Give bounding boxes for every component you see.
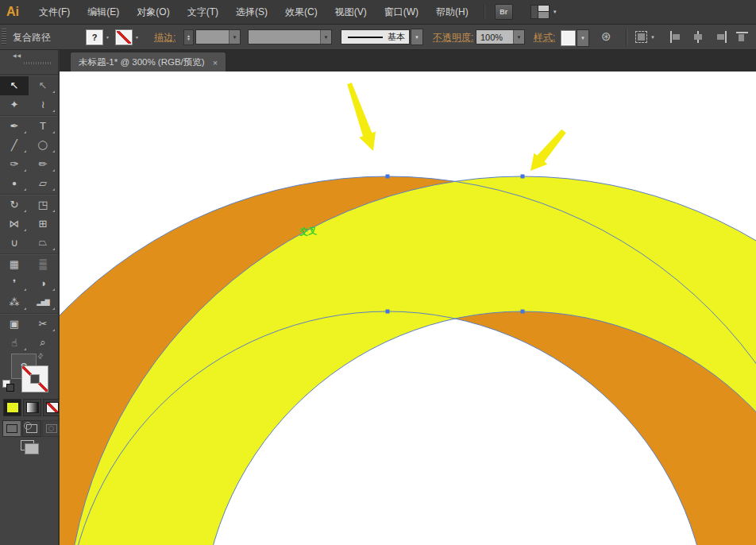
width-tool[interactable]: ⋈ [0,215,29,234]
anchor-point[interactable] [521,310,525,314]
eraser-tool[interactable]: ▱ [29,174,57,193]
default-fill-stroke-icon[interactable] [2,380,15,392]
symbol-sprayer-tool[interactable]: ⁂ [0,293,29,312]
stroke-color-swatch-none[interactable] [115,29,133,45]
line-icon: ╱ [11,139,17,151]
artboard-tool[interactable]: ▣ [0,315,29,334]
paintbrush-tool[interactable]: ✑ [0,155,29,174]
mesh-icon: ▦ [10,258,19,270]
menu-type[interactable]: 文字(T) [179,1,227,24]
opacity-panel-link[interactable]: 不透明度: [433,31,473,44]
chevron-down-icon[interactable]: ▼ [229,30,240,44]
stroke-width-combo[interactable]: ▼ [195,29,241,44]
document-tab-bar: 未标题-1* @ 300% (RGB/预览) × [60,50,756,72]
none-button[interactable] [43,399,61,416]
hand-icon: ☝ [11,337,17,349]
anchor-point[interactable] [386,175,390,179]
fill-color-swatch[interactable]: ? [86,29,103,45]
align-to-selection-icon[interactable] [635,31,647,43]
pencil-tool[interactable]: ✏ [29,155,57,174]
menu-file[interactable]: 文件(F) [30,1,79,24]
hand-tool[interactable]: ☝ [0,334,29,353]
column-graph-icon: ▂▅▇ [37,299,48,306]
width-icon: ⋈ [10,218,20,230]
gradient-chip [26,402,39,413]
column-graph-tool[interactable]: ▂▅▇ [29,293,57,312]
draw-inside-button[interactable] [42,420,61,437]
slice-tool[interactable]: ✂ [29,315,57,334]
style-panel-link[interactable]: 样式: [534,31,555,44]
lasso-tool[interactable]: ≀ [29,95,57,114]
align-left-button[interactable] [669,31,683,43]
draw-normal-button[interactable] [2,420,21,437]
stepper-down-icon[interactable]: ▼ [187,37,191,41]
gradient-icon: ▒ [39,258,46,270]
chevron-down-icon[interactable]: ▼ [513,30,524,44]
symbol-sprayer-icon: ⁂ [10,296,20,308]
free-transform-icon: ⊞ [39,218,48,230]
arrow-left-annotation [347,83,376,151]
scale-tool[interactable]: ◳ [29,195,57,215]
menu-select[interactable]: 选择(S) [227,1,276,24]
chevron-down-icon[interactable]: ▼ [135,35,139,40]
menu-object[interactable]: 对象(O) [128,1,178,24]
magnifier-icon: ⌕ [40,336,45,349]
menu-effect[interactable]: 效果(C) [276,1,326,24]
gradient-button[interactable] [23,399,41,416]
align-top-button[interactable] [736,31,750,43]
menu-window[interactable]: 窗口(W) [376,1,427,24]
workspace-switcher-button[interactable]: ▼ [530,5,557,19]
pen-tool[interactable]: ✒ [0,117,29,136]
menu-edit[interactable]: 编辑(E) [79,1,128,24]
menu-view[interactable]: 视图(V) [326,1,376,24]
line-segment-tool[interactable]: ╱ [0,136,29,155]
document-tab[interactable]: 未标题-1* @ 300% (RGB/预览) × [70,52,226,72]
gradient-tool[interactable]: ▒ [29,255,57,274]
shape-builder-tool[interactable]: ∪ [0,234,29,253]
align-horizontal-center-button[interactable] [692,31,705,43]
ellipse-tool[interactable]: ◯ [29,136,57,155]
stroke-panel-link[interactable]: 描边: [154,31,176,44]
arrow-right-annotation [530,129,566,171]
color-button[interactable] [3,399,21,416]
blob-brush-tool[interactable]: ● [0,174,29,193]
selection-arrow-icon: ↖ [10,79,19,91]
anchor-point[interactable] [521,175,525,179]
control-bar-grip[interactable] [2,28,6,45]
brush-definition-combo[interactable]: 基本 [341,29,410,44]
artboard-canvas[interactable]: 交叉 [60,72,756,545]
close-icon[interactable]: × [213,58,218,68]
toolbar-stroke-swatch-none[interactable] [21,365,48,392]
direct-selection-tool[interactable]: ↖ [29,76,57,95]
blend-tool[interactable]: ◑ [29,274,57,293]
direct-selection-arrow-icon: ↖ [39,79,48,91]
brush-dropdown-button[interactable]: ▼ [411,29,423,45]
go-to-bridge-button[interactable]: Br [495,4,513,20]
mesh-tool[interactable]: ▦ [0,255,29,274]
stroke-width-stepper[interactable]: ▲ ▼ [183,29,194,45]
zoom-tool[interactable]: ⌕ [29,334,57,353]
style-dropdown-button[interactable]: ▼ [577,29,589,47]
collapse-panel-icon[interactable]: ◀◀ [13,52,21,58]
magic-wand-tool[interactable]: ✦ [0,95,29,114]
chevron-down-icon[interactable]: ▼ [650,35,655,40]
anchor-point[interactable] [386,310,390,314]
change-screen-mode-icon[interactable] [19,439,40,455]
tools-panel-grip[interactable] [24,62,52,64]
perspective-grid-tool[interactable]: ⏢ [29,234,57,253]
opacity-combo[interactable]: 100% ▼ [476,29,525,44]
align-right-button[interactable] [714,31,727,43]
eyedropper-tool[interactable]: ❜ [0,274,29,293]
stroke-profile-combo[interactable]: ▼ [248,29,332,44]
selection-tool[interactable]: ↖ [0,76,29,95]
rotate-tool[interactable]: ↻ [0,195,29,215]
graphic-style-swatch[interactable] [561,30,576,46]
tool-group-color: ▦ ▒ ❜ ◑ ⁂ ▂▅▇ [0,253,58,313]
chevron-down-icon[interactable]: ▼ [106,35,110,40]
draw-behind-button[interactable] [22,420,41,437]
menu-help[interactable]: 帮助(H) [427,1,477,24]
free-transform-tool[interactable]: ⊞ [29,215,57,234]
type-tool[interactable]: T [29,117,57,136]
chevron-down-icon[interactable]: ▼ [320,30,331,44]
recolor-artwork-icon[interactable]: ⊛ [601,29,611,44]
